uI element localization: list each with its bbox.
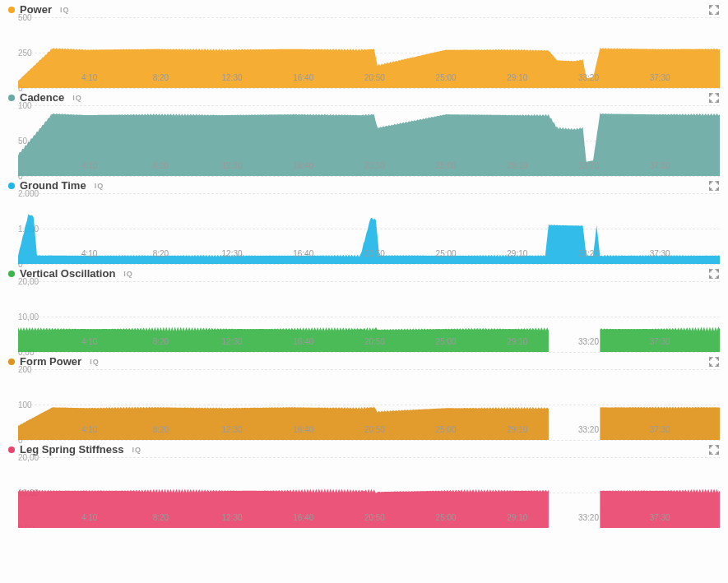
series-color-dot	[8, 447, 15, 453]
expand-icon[interactable]	[708, 268, 720, 280]
plot	[18, 17, 720, 88]
iq-badge: IQ	[60, 6, 70, 14]
chart-plot-area[interactable]: 0,0010,0020,004:108:2012:3016:4020:5025:…	[18, 281, 720, 352]
chart-header: CadenceIQ	[8, 91, 720, 104]
series-color-dot	[8, 7, 15, 13]
chart-header: PowerIQ	[8, 3, 720, 16]
series-color-dot	[8, 359, 15, 365]
plot	[18, 281, 720, 352]
iq-badge: IQ	[90, 358, 100, 366]
chart-header: Form PowerIQ	[8, 355, 720, 368]
expand-icon[interactable]	[708, 92, 720, 104]
plot	[18, 369, 720, 440]
chart-header: Vertical OscillationIQ	[8, 267, 720, 280]
chart-panel-5: Leg Spring StiffnessIQ0,0010,0020,004:10…	[0, 440, 728, 528]
iq-badge: IQ	[72, 94, 82, 102]
chart-panel-3: Vertical OscillationIQ0,0010,0020,004:10…	[0, 264, 728, 352]
chart-plot-area[interactable]: 01002004:108:2012:3016:4020:5025:0029:10…	[18, 369, 720, 440]
chart-panel-1: CadenceIQ0501004:108:2012:3016:4020:5025…	[0, 88, 728, 176]
chart-plot-area[interactable]: 0,0010,0020,004:108:2012:3016:4020:5025:…	[18, 457, 720, 528]
expand-icon[interactable]	[708, 4, 720, 16]
chart-plot-area[interactable]: 01.0002.0004:108:2012:3016:4020:5025:002…	[18, 193, 720, 264]
chart-panel-0: PowerIQ02505004:108:2012:3016:4020:5025:…	[0, 0, 728, 88]
chart-plot-area[interactable]: 0501004:108:2012:3016:4020:5025:0029:103…	[18, 105, 720, 176]
expand-icon[interactable]	[708, 180, 720, 192]
chart-header: Leg Spring StiffnessIQ	[8, 443, 720, 456]
iq-badge: IQ	[123, 270, 133, 278]
series-color-dot	[8, 183, 15, 189]
chart-panel-2: Ground TimeIQ01.0002.0004:108:2012:3016:…	[0, 176, 728, 264]
chart-panel-4: Form PowerIQ01002004:108:2012:3016:4020:…	[0, 352, 728, 440]
iq-badge: IQ	[132, 446, 141, 454]
chart-header: Ground TimeIQ	[8, 179, 720, 192]
chart-plot-area[interactable]: 02505004:108:2012:3016:4020:5025:0029:10…	[18, 17, 720, 88]
expand-icon[interactable]	[708, 356, 720, 368]
series-color-dot	[8, 271, 15, 277]
plot	[18, 457, 720, 528]
expand-icon[interactable]	[708, 444, 720, 456]
plot	[18, 193, 720, 264]
plot	[18, 105, 720, 176]
iq-badge: IQ	[95, 182, 104, 190]
series-color-dot	[8, 95, 15, 101]
